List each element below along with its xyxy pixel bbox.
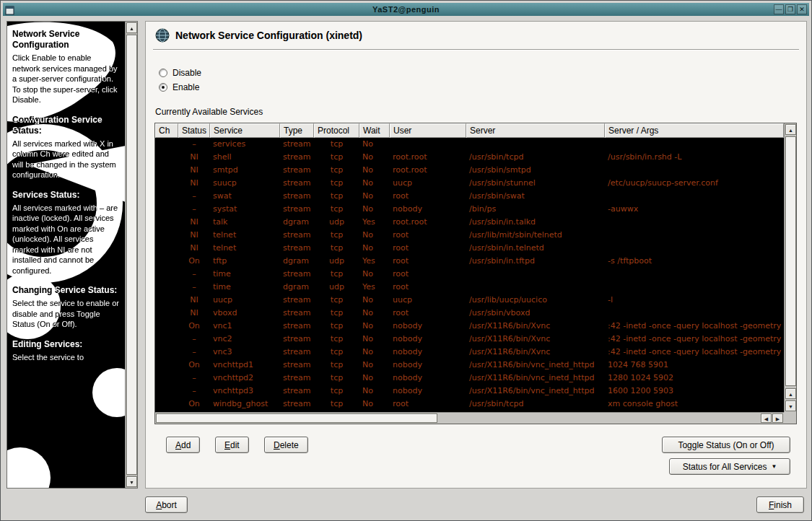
scroll-up-icon[interactable]: ▲	[126, 22, 137, 33]
table-row[interactable]: NIsuucpstreamtcpNouucp/usr/sbin/stunnel/…	[155, 177, 784, 190]
table-row[interactable]: –vnc2streamtcpNonobody/usr/X11R6/bin/Xvn…	[155, 333, 784, 346]
panel-header: Network Service Configuration (xinetd)	[155, 28, 362, 43]
table-cell	[155, 333, 178, 346]
titlebar[interactable]: YaST2@penguin — ❐ ✕	[3, 3, 809, 16]
table-row[interactable]: OntftpdgramudpYesroot/usr/sbin/in.tftpd-…	[155, 255, 784, 268]
table-cell	[605, 229, 784, 242]
table-row[interactable]: NIshellstreamtcpNoroot.root/usr/sbin/tcp…	[155, 151, 784, 164]
table-cell	[605, 190, 784, 203]
column-header-protocol[interactable]: Protocol	[314, 123, 359, 138]
help-body: Select the service to enable or disable …	[12, 298, 121, 330]
table-cell	[155, 203, 178, 216]
table-cell: talk	[210, 216, 280, 229]
table-header: Ch Status Service Type Protocol Wait Use…	[155, 123, 784, 138]
add-button-label: Add	[175, 440, 191, 450]
edit-button[interactable]: Edit	[215, 437, 249, 453]
close-button[interactable]: ✕	[797, 4, 807, 14]
scroll-down-icon[interactable]: ▼	[785, 400, 796, 411]
table-cell: dgram	[280, 255, 314, 268]
table-cell: No	[359, 398, 390, 411]
table-cell	[466, 281, 605, 294]
table-cell: vnc1	[210, 320, 280, 333]
table-cell: /usr/X11R6/bin/Xvnc	[466, 346, 605, 359]
table-cell	[605, 138, 784, 151]
table-cell: –	[178, 385, 210, 398]
table-row[interactable]: NIsmtpdstreamtcpNoroot.root/usr/sbin/smt…	[155, 164, 784, 177]
minimize-button[interactable]: —	[774, 4, 784, 14]
table-horizontal-scrollbar[interactable]: ◀ ▶	[155, 412, 784, 424]
column-header-wait[interactable]: Wait	[359, 123, 390, 138]
table-row[interactable]: NItelnetstreamtcpNoroot/usr/lib/mit/sbin…	[155, 229, 784, 242]
column-header-service[interactable]: Service	[210, 123, 280, 138]
table-row[interactable]: NItelnetstreamtcpNoroot/usr/sbin/in.teln…	[155, 242, 784, 255]
table-hscroll-thumb[interactable]	[156, 413, 437, 423]
toggle-status-button[interactable]: Toggle Status (On or Off)	[662, 437, 790, 453]
table-row[interactable]: NItalkdgramudpYesroot.root/usr/sbin/in.t…	[155, 216, 784, 229]
column-header-ch[interactable]: Ch	[155, 123, 178, 138]
radio-enable[interactable]: Enable	[159, 82, 199, 92]
table-row[interactable]: –vnchttpd3streamtcpNonobody/usr/X11R6/bi…	[155, 385, 784, 398]
table-cell: udp	[314, 281, 359, 294]
table-cell	[155, 281, 178, 294]
table-cell: –	[178, 203, 210, 216]
table-cell: vnchttpd2	[210, 372, 280, 385]
column-header-type[interactable]: Type	[280, 123, 314, 138]
table-cell: No	[359, 294, 390, 307]
table-row[interactable]: –vnchttpd2streamtcpNonobody/usr/X11R6/bi…	[155, 372, 784, 385]
column-header-server-args[interactable]: Server / Args	[605, 123, 784, 138]
status-for-all-services-button[interactable]: Status for All Services ▼	[669, 458, 790, 475]
table-cell: /usr/sbin/tcpd	[466, 151, 605, 164]
scroll-down-icon[interactable]: ▼	[126, 476, 137, 487]
table-row[interactable]: –swatstreamtcpNoroot/usr/sbin/swat	[155, 190, 784, 203]
maximize-button[interactable]: ❐	[785, 4, 795, 14]
table-cell: NI	[178, 307, 210, 320]
radio-disable[interactable]: Disable	[159, 68, 201, 78]
table-cell: Yes	[359, 281, 390, 294]
table-row[interactable]: –timedgramudpYesroot	[155, 281, 784, 294]
sidebar-scrollbar[interactable]: ▲ ▼	[125, 22, 137, 488]
abort-button[interactable]: Abort	[145, 496, 188, 513]
radio-circle-enable[interactable]	[159, 83, 167, 92]
table-cell: /usr/X11R6/bin/vnc_inetd_httpd	[466, 385, 605, 398]
sidebar-scrollbar-thumb[interactable]	[126, 35, 137, 475]
scroll-up-icon[interactable]: ▲	[785, 124, 796, 135]
table-cell: root.root	[390, 216, 466, 229]
finish-button[interactable]: Finish	[756, 496, 804, 513]
table-row[interactable]: Onvnc1streamtcpNonobody/usr/X11R6/bin/Xv…	[155, 320, 784, 333]
table-cell: nobody	[390, 346, 466, 359]
table-cell: systat	[210, 203, 280, 216]
table-cell: /usr/X11R6/bin/vnc_inetd_httpd	[466, 372, 605, 385]
table-cell: root.root	[390, 164, 466, 177]
table-row[interactable]: –servicesstreamtcpNo	[155, 138, 784, 151]
table-row[interactable]: –vnc3streamtcpNonobody/usr/X11R6/bin/Xvn…	[155, 346, 784, 359]
table-cell: On	[178, 320, 210, 333]
scroll-left-icon[interactable]: ◀	[761, 413, 772, 423]
table-row[interactable]: NIuucpstreamtcpNouucp/usr/lib/uucp/uucic…	[155, 294, 784, 307]
toggle-status-label: Toggle Status (On or Off)	[678, 440, 774, 450]
table-row[interactable]: –systatstreamtcpNonobody/bin/ps-auwwx	[155, 203, 784, 216]
help-body: All services marked with X in column Ch …	[12, 139, 121, 180]
table-cell	[466, 268, 605, 281]
table-row[interactable]: –timestreamtcpNoroot	[155, 268, 784, 281]
network-module-icon	[155, 28, 170, 43]
table-cell: No	[359, 229, 390, 242]
table-cell: tcp	[314, 203, 359, 216]
table-vertical-scrollbar[interactable]: ▲ ▲ ▼	[784, 123, 796, 412]
column-header-server[interactable]: Server	[466, 123, 605, 138]
radio-circle-disable[interactable]	[159, 69, 167, 77]
table-row[interactable]: Onvnchttpd1streamtcpNonobody/usr/X11R6/b…	[155, 359, 784, 372]
column-header-status[interactable]: Status	[178, 123, 210, 138]
table-cell: On	[178, 398, 210, 411]
table-vscroll-thumb[interactable]	[785, 136, 796, 386]
table-cell: stream	[280, 294, 314, 307]
scroll-up-icon[interactable]: ▲	[785, 388, 796, 399]
table-row[interactable]: Onwindbg_ghoststreamtcpNoroot/usr/sbin/t…	[155, 398, 784, 411]
main-panel: Network Service Configuration (xinetd) D…	[145, 21, 807, 489]
delete-button[interactable]: Delete	[264, 437, 308, 453]
table-cell: tcp	[314, 359, 359, 372]
table-row[interactable]: NIvboxdstreamtcpNoroot/usr/sbin/vboxd	[155, 307, 784, 320]
scroll-right-icon[interactable]: ▶	[772, 413, 783, 423]
add-button[interactable]: Add	[166, 437, 200, 453]
column-header-user[interactable]: User	[390, 123, 466, 138]
table-cell: smtpd	[210, 164, 280, 177]
